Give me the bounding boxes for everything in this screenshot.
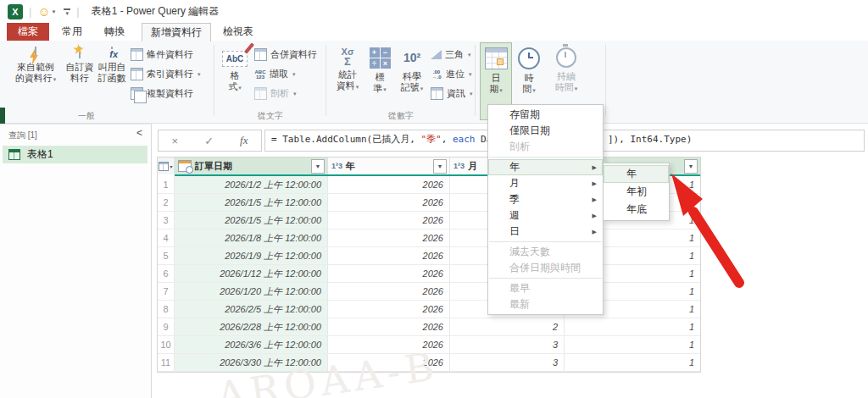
cell-quarter[interactable]: 1 <box>565 354 700 371</box>
cell-order-date[interactable]: 2026/1/9 上午 12:00:00 <box>175 247 328 264</box>
cell-year[interactable]: 2026 <box>328 283 450 300</box>
row-number[interactable]: 5 <box>158 247 175 264</box>
cell-year[interactable]: 2026 <box>328 194 450 211</box>
information-button[interactable]: 資訊 ▾ <box>431 86 473 101</box>
datetime-type-icon <box>178 160 192 172</box>
calendar-icon <box>485 47 508 69</box>
cell-order-date[interactable]: 2026/1/8 上午 12:00:00 <box>175 229 328 246</box>
cell-month[interactable]: 3 <box>450 336 565 353</box>
scientific-button[interactable]: 10² 科學 記號▾ <box>395 43 429 119</box>
statistics-button[interactable]: Χσ Σ 統計 資料▾ <box>331 43 364 119</box>
column-from-examples-button[interactable]: 來自範例 的資料行▾ <box>10 43 61 119</box>
menu-item[interactable]: 年▶ <box>488 159 603 175</box>
dropdown-arrow-icon: ▾ <box>383 86 387 92</box>
menu-item[interactable]: 存留期 <box>488 107 603 123</box>
cell-order-date[interactable]: 2026/1/2 上午 12:00:00 <box>175 176 328 193</box>
column-header-year[interactable]: 1²3 年 ▼ <box>328 158 450 174</box>
cell-year[interactable]: 2026 <box>328 265 450 282</box>
cell-year[interactable]: 2026 <box>328 301 450 318</box>
row-number[interactable]: 11 <box>158 354 175 371</box>
cell-month[interactable]: 3 <box>450 354 565 371</box>
tab-file[interactable]: 檔案 <box>7 23 49 41</box>
extract-button[interactable]: ABC123 擷取 ▾ <box>254 67 296 81</box>
custom-column-button[interactable]: 自訂資 料行 <box>63 43 97 119</box>
cell-year[interactable]: 2026 <box>328 176 450 193</box>
menu-item[interactable]: 年初 <box>604 183 669 201</box>
button-label: 日 <box>492 73 501 84</box>
dropdown-arrow-icon: ▾ <box>499 87 503 93</box>
tab-home[interactable]: 常用 <box>53 23 92 41</box>
merge-columns-button[interactable]: 合併資料行 <box>254 47 317 62</box>
cell-year[interactable]: 2026 <box>328 229 450 246</box>
cell-quarter[interactable]: 1 <box>565 318 700 335</box>
triangle-icon <box>431 50 442 59</box>
cell-order-date[interactable]: 2026/2/5 上午 12:00:00 <box>175 301 328 318</box>
duplicate-column-button[interactable]: 複製資料行 <box>131 86 193 101</box>
row-number[interactable]: 4 <box>158 229 175 246</box>
submenu-arrow-icon: ▶ <box>593 175 597 191</box>
column-header-order-date[interactable]: 訂單日期 ▼ <box>175 158 328 174</box>
dropdown-arrow-icon: ▾ <box>170 163 172 169</box>
menu-item[interactable]: 僅限日期 <box>488 123 603 139</box>
row-number[interactable]: 9 <box>158 318 175 335</box>
quick-access-toolbar-customize-button[interactable]: ▾ <box>64 8 70 15</box>
cell-year[interactable]: 2026 <box>328 318 450 335</box>
dropdown-arrow-icon: ▾ <box>575 86 578 91</box>
row-number[interactable]: 1 <box>158 176 175 193</box>
cell-order-date[interactable]: 2026/1/5 上午 12:00:00 <box>175 212 328 229</box>
row-number[interactable]: 3 <box>158 212 175 229</box>
tab-view[interactable]: 檢視表 <box>214 23 262 41</box>
menu-item-label: 週 <box>509 209 520 221</box>
row-number[interactable]: 7 <box>158 283 175 300</box>
menu-item[interactable]: 週▶ <box>488 207 603 224</box>
menu-item[interactable]: 年 <box>604 165 669 183</box>
commit-formula-button[interactable]: ✓ <box>204 135 214 147</box>
table-icon <box>8 149 20 160</box>
filter-dropdown-button[interactable]: ▼ <box>311 159 325 174</box>
feedback-smiley-icon[interactable]: ☺ <box>37 5 50 18</box>
button-label: 記號▾ <box>401 82 424 94</box>
select-all-corner-button[interactable]: ▾ <box>158 158 175 174</box>
formula-token: , <box>442 134 453 145</box>
menu-item[interactable]: 年底 <box>604 201 669 218</box>
tab-add-column[interactable]: 新增資料行 <box>142 23 211 41</box>
cell-year[interactable]: 2026 <box>328 247 450 264</box>
button-label: 擷取 <box>270 68 288 80</box>
standard-button[interactable]: +− ÷× 標 準▾ <box>366 43 393 119</box>
rounding-button[interactable]: .00→.0 進位 ▾ <box>431 67 472 81</box>
invoke-custom-function-button[interactable]: fx 叫用自 訂函數 <box>95 43 129 119</box>
cell-order-date[interactable]: 2026/1/12 上午 12:00:00 <box>175 265 328 282</box>
year-submenu: 年年初年底 <box>603 163 670 221</box>
trigonometry-button[interactable]: 三角 ▾ <box>431 47 471 62</box>
menu-item[interactable]: 月▶ <box>488 175 603 191</box>
button-label: 間▾ <box>522 84 536 96</box>
cell-year[interactable]: 2026 <box>328 212 450 229</box>
query-list-item-table1[interactable]: 表格1 <box>3 146 147 163</box>
row-number[interactable]: 8 <box>158 301 175 318</box>
cell-month[interactable]: 2 <box>450 318 565 335</box>
row-number[interactable]: 2 <box>158 194 175 211</box>
filter-dropdown-button[interactable]: ▼ <box>433 159 447 174</box>
collapse-pane-button[interactable]: < <box>136 127 142 139</box>
button-label: 自訂資 <box>66 62 94 73</box>
menu-item[interactable]: 日▶ <box>488 224 603 240</box>
cell-order-date[interactable]: 2026/1/20 上午 12:00:00 <box>175 283 328 300</box>
conditional-column-button[interactable]: 條件資料行 <box>131 47 193 62</box>
cell-order-date[interactable]: 2026/2/28 上午 12:00:00 <box>175 318 328 335</box>
row-number[interactable]: 6 <box>158 265 175 282</box>
row-number[interactable]: 10 <box>158 336 175 353</box>
chevron-down-icon: ▾ <box>53 8 56 15</box>
cell-order-date[interactable]: 2026/1/5 上午 12:00:00 <box>175 194 328 211</box>
menu-item: 最新 <box>488 296 603 312</box>
column-name: 年 <box>346 160 355 173</box>
cell-quarter[interactable]: 1 <box>565 336 700 353</box>
dropdown-arrow-icon: ▾ <box>356 84 359 90</box>
menu-item[interactable]: 季▶ <box>488 191 603 207</box>
fx-icon[interactable]: fx <box>240 134 248 147</box>
index-column-button[interactable]: 索引資料行 ▾ <box>131 67 201 81</box>
filter-dropdown-button[interactable]: ▼ <box>684 159 698 174</box>
tab-transform[interactable]: 轉換 <box>95 23 134 41</box>
cancel-formula-button[interactable]: × <box>172 135 179 147</box>
cell-order-date[interactable]: 2026/3/6 上午 12:00:00 <box>175 336 328 353</box>
format-button[interactable]: AbC 格 式▾ <box>219 43 251 119</box>
